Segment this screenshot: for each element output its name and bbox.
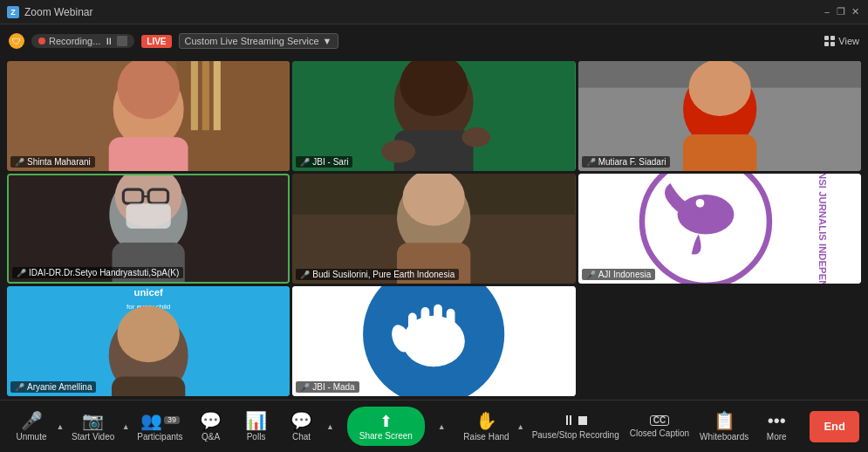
participant-cell-shinta: 🎤 Shinta Maharani [7, 61, 290, 171]
grid-layout-icon [824, 36, 835, 46]
recording-label: Recording... [49, 36, 100, 46]
whiteboards-button[interactable]: 📋 Whiteboards [694, 403, 754, 450]
svg-point-13 [381, 140, 415, 163]
toolbar-left: 🎤 Unmute ▲ 📷 Start Video ▲ 👥 39 Particip… [9, 403, 337, 450]
video-grid: 🎤 Shinta Maharani 🎤 JBI - Sari [0, 58, 868, 400]
participants-icon-area: 👥 39 [140, 412, 180, 429]
svg-rect-20 [683, 134, 756, 171]
view-button[interactable]: View [824, 36, 859, 46]
svg-rect-3 [191, 61, 198, 130]
more-icon: ••• [768, 412, 786, 429]
chat-icon-area: 💬 [290, 412, 312, 429]
participant-name-mutiara: 🎤 Mutiara F. Siadari [582, 156, 671, 168]
closed-caption-button[interactable]: CC Closed Caption [625, 403, 694, 450]
more-label: More [767, 432, 787, 442]
svg-rect-5 [214, 61, 221, 130]
participant-cell-budi: 🎤 Budi Susilorini, Pure Earth Indonesia [292, 174, 575, 284]
mic-muted-icon-aji: 🎤 [586, 271, 596, 279]
share-screen-button[interactable]: ⬆ Share Screen [347, 407, 425, 446]
participant-cell-idai: 🎤 IDAI-DR.Dr.Setyo Handryastuti,SpA(K) [7, 174, 290, 284]
chat-icon: 💬 [290, 412, 312, 429]
participant-cell-sari: 🎤 JBI - Sari [292, 61, 575, 171]
participant-cell-aji: ALIANSI JURNALIS INDEPENDEN 🎤 AJI Indone… [578, 174, 861, 284]
recording-indicator: Recording... ⏸ [31, 34, 134, 48]
qa-icon: 💬 [200, 412, 222, 429]
svg-rect-27 [126, 203, 171, 229]
maximize-button[interactable]: ❐ [835, 6, 847, 18]
title-bar: Z Zoom Webinar − ❐ ✕ [0, 0, 868, 24]
qa-icon-area: 💬 [200, 412, 222, 429]
end-button[interactable]: End [810, 411, 859, 442]
participant-name-aji: 🎤 AJI Indonesia [582, 269, 656, 280]
chat-caret[interactable]: ▲ [325, 403, 337, 450]
pause-stop-icon: ⏸⏹ [562, 414, 590, 428]
cc-icon-area: CC [650, 415, 669, 426]
more-icon-area: ••• [768, 412, 786, 429]
raise-hand-label: Raise Hand [463, 432, 509, 442]
svg-rect-52 [447, 309, 455, 345]
zoom-icon: Z [7, 6, 19, 18]
svg-rect-50 [421, 307, 430, 344]
toolbar-right: ✋ Raise Hand ▲ ⏸⏹ Pause/Stop Recording C… [458, 403, 799, 450]
more-button[interactable]: ••• More [754, 403, 799, 450]
live-badge: LIVE [141, 35, 171, 48]
share-screen-icon: ⬆ [379, 412, 393, 431]
polls-label: Polls [247, 432, 266, 442]
svg-text:ALIANSI JURNALIS INDEPENDEN: ALIANSI JURNALIS INDEPENDEN [817, 174, 827, 284]
participant-video-shinta [7, 61, 290, 171]
mic-muted-icon-mutiara: 🎤 [586, 158, 596, 167]
svg-rect-45 [112, 377, 185, 396]
minimize-button[interactable]: − [821, 6, 833, 18]
qa-button[interactable]: 💬 Q&A [188, 403, 234, 450]
polls-button[interactable]: 📊 Polls [234, 403, 279, 450]
svg-point-37 [695, 199, 704, 208]
unmute-button[interactable]: 🎤 Unmute [9, 403, 54, 450]
mic-muted-icon-aryanie: 🎤 [15, 383, 24, 392]
stream-service-selector[interactable]: Custom Live Streaming Service ▼ [179, 33, 338, 49]
participant-cell-jbi-mada: 🎤 JBI - Mada [292, 286, 575, 396]
whiteboards-icon: 📋 [714, 412, 735, 429]
start-video-button[interactable]: 📷 Start Video [66, 403, 120, 450]
close-button[interactable]: ✕ [849, 6, 861, 18]
pause-recording-icon[interactable]: ⏸ [104, 36, 113, 46]
title-bar-controls: − ❐ ✕ [821, 6, 861, 18]
svg-point-14 [462, 127, 490, 147]
mic-muted-icon: 🎤 [15, 158, 24, 167]
unmute-caret[interactable]: ▲ [54, 403, 66, 450]
raise-hand-caret[interactable]: ▲ [515, 403, 527, 450]
whiteboards-label: Whiteboards [700, 432, 748, 442]
chevron-down-icon: ▼ [323, 36, 332, 46]
participants-label: Participants [137, 432, 182, 442]
pause-stop-recording-label: Pause/Stop Recording [532, 430, 619, 440]
raise-hand-button[interactable]: ✋ Raise Hand [458, 403, 514, 450]
participant-video-aji: ALIANSI JURNALIS INDEPENDEN [578, 174, 861, 284]
mic-muted-icon-idai: 🎤 [17, 269, 26, 277]
participant-name-idai: 🎤 IDAI-DR.Dr.Setyo Handryastuti,SpA(K) [12, 267, 183, 278]
mic-muted-icon-sari: 🎤 [300, 158, 310, 167]
pause-stop-recording-button[interactable]: ⏸⏹ Pause/Stop Recording [527, 403, 625, 450]
chat-button[interactable]: 💬 Chat [279, 403, 325, 450]
polls-icon-area: 📊 [245, 412, 267, 429]
svg-rect-8 [109, 137, 188, 171]
shield-icon: 🛡 [9, 33, 24, 49]
svg-text:unicef: unicef [133, 287, 163, 298]
participants-icon: 👥 [140, 412, 162, 429]
raise-hand-icon-area: ✋ [475, 412, 497, 429]
video-caret[interactable]: ▲ [120, 403, 132, 450]
pause-stop-icon-area: ⏸⏹ [562, 414, 590, 428]
record-dot [38, 38, 45, 45]
unmute-label: Unmute [16, 432, 46, 442]
svg-point-44 [117, 305, 179, 362]
share-caret[interactable]: ▲ [435, 403, 448, 450]
participants-button[interactable]: 👥 39 Participants [132, 403, 188, 450]
whiteboards-icon-area: 📋 [714, 412, 735, 429]
toolbar: 🎤 Unmute ▲ 📷 Start Video ▲ 👥 39 Particip… [0, 400, 868, 452]
stop-recording-icon[interactable] [117, 36, 127, 46]
chat-label: Chat [292, 432, 311, 442]
qa-label: Q&A [202, 432, 220, 442]
participant-video-mutiara [578, 61, 861, 171]
top-bar: 🛡 Recording... ⏸ LIVE Custom Live Stream… [0, 24, 868, 58]
participants-count-badge: 39 [164, 416, 180, 424]
svg-rect-51 [434, 305, 442, 344]
closed-caption-label: Closed Caption [630, 428, 689, 438]
